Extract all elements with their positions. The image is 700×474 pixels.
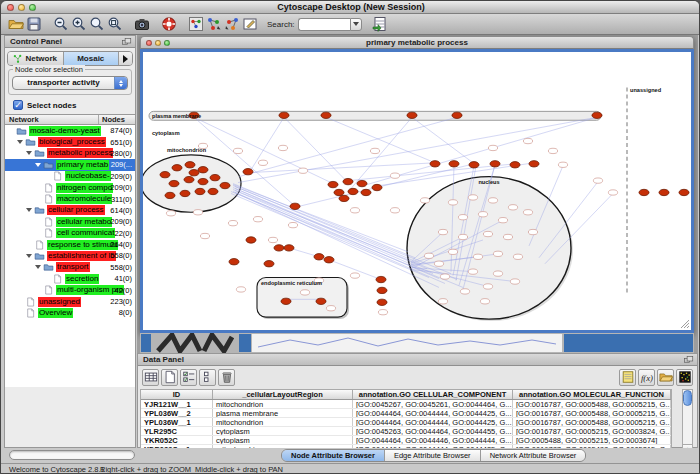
tab-edge-attribute-browser[interactable]: Edge Attribute Browser	[385, 450, 481, 461]
close-button[interactable]	[7, 4, 14, 11]
disclosure-triangle-icon[interactable]	[35, 265, 41, 269]
network-node-small[interactable]	[483, 231, 492, 236]
new-attribute-icon[interactable]	[161, 369, 178, 386]
network-node-small[interactable]	[440, 274, 449, 279]
network-node[interactable]	[377, 299, 387, 305]
delete-attribute-icon[interactable]	[218, 369, 235, 386]
column-header[interactable]: annotation.GO CELLULAR_COMPONENT	[353, 390, 513, 399]
minimize-button[interactable]	[18, 4, 25, 11]
resize-grip-icon[interactable]	[681, 320, 689, 328]
layout-network-a-icon[interactable]	[205, 15, 223, 33]
network-node[interactable]	[210, 174, 220, 180]
zoom-in-icon[interactable]	[70, 15, 88, 33]
tree-item-cellular-metabo[interactable]: cellular metabo209(0)	[5, 216, 135, 227]
network-view-window[interactable]: primary metabolic process plasma membran…	[140, 36, 694, 333]
network-node-small[interactable]	[228, 220, 237, 225]
float-window-icon[interactable]	[684, 356, 694, 364]
disclosure-triangle-icon[interactable]	[26, 254, 32, 258]
cell-id[interactable]: YPL036W__2	[141, 409, 213, 417]
network-node-small[interactable]	[448, 200, 457, 205]
tree-item-multi-organism-pro[interactable]: multi-organism pro42(0)	[5, 284, 135, 295]
tree-item-metabolic-process[interactable]: metabolic process280(0)	[5, 148, 135, 159]
network-node[interactable]	[361, 189, 371, 195]
network-node-small[interactable]	[480, 299, 489, 304]
network-node-small[interactable]	[370, 148, 379, 153]
network-node-small[interactable]	[523, 210, 532, 215]
network-node[interactable]	[328, 181, 338, 187]
network-node[interactable]	[449, 161, 459, 167]
table-row[interactable]: YPL036W__1mitochondrion[GO:0044464, GO:0…	[141, 418, 671, 427]
network-node[interactable]	[592, 112, 602, 118]
network-node[interactable]	[316, 298, 326, 304]
tree-item-secretion[interactable]: secretion41(0)	[5, 273, 135, 284]
network-node-small[interactable]	[350, 273, 359, 278]
network-node-small[interactable]	[390, 173, 399, 178]
network-node[interactable]	[334, 189, 344, 195]
network-node-small[interactable]	[326, 306, 335, 311]
table-cell[interactable]: [GO:0016787, GO:0005488, GO:0005215, G..…	[513, 409, 671, 417]
network-node[interactable]	[469, 162, 479, 168]
network-node-small[interactable]	[510, 279, 519, 284]
tree-item-nitrogen-compo[interactable]: nitrogen compo209(0)	[5, 182, 135, 193]
zoom-selected-icon[interactable]	[106, 15, 124, 33]
network-node[interactable]	[220, 182, 230, 188]
table-cell[interactable]: mitochondrion	[213, 418, 353, 426]
network-node-small[interactable]	[458, 234, 467, 239]
disclosure-triangle-icon[interactable]	[35, 163, 41, 167]
cell-id[interactable]: YKR052C	[141, 436, 213, 444]
annotation-icon[interactable]	[241, 15, 259, 33]
network-node-small[interactable]	[478, 212, 487, 217]
network-node[interactable]	[290, 203, 300, 209]
network-node-small[interactable]	[448, 249, 457, 254]
tree-column-network[interactable]: Network	[5, 115, 99, 124]
tree-item-cell-communicat[interactable]: cell communicat22(0)	[5, 228, 135, 239]
network-node[interactable]	[372, 184, 382, 190]
network-node-small[interactable]	[488, 145, 497, 150]
network-node-small[interactable]	[424, 253, 433, 258]
tab-network[interactable]: Network	[8, 52, 64, 65]
table-cell[interactable]: cytoplasm	[213, 436, 353, 444]
tree-column-nodes[interactable]: Nodes	[99, 115, 135, 124]
network-node[interactable]	[284, 245, 294, 251]
network-node-small[interactable]	[493, 251, 502, 256]
network-node[interactable]	[339, 195, 349, 201]
network-edge[interactable]	[284, 117, 346, 180]
network-node[interactable]	[198, 167, 208, 173]
float-window-icon[interactable]	[122, 38, 132, 46]
network-node[interactable]	[321, 112, 331, 118]
network-node[interactable]	[160, 172, 170, 178]
tree-item-unassigned[interactable]: unassigned223(0)	[5, 296, 135, 307]
network-node-small[interactable]	[473, 254, 482, 259]
tab-node-attribute-browser[interactable]: Node Attribute Browser	[282, 450, 385, 461]
network-node-small[interactable]	[503, 234, 512, 239]
import-attributes-icon[interactable]	[657, 369, 674, 386]
network-node[interactable]	[348, 188, 358, 194]
node-color-dropdown[interactable]: transporter activity	[12, 76, 128, 90]
column-header[interactable]: ID	[141, 390, 213, 399]
matrix-browser-icon[interactable]	[676, 369, 693, 386]
network-node[interactable]	[274, 245, 284, 251]
network-node-small[interactable]	[350, 208, 359, 213]
network-node-small[interactable]	[438, 229, 447, 234]
zoom-button[interactable]	[29, 4, 36, 11]
table-cell[interactable]: [GO:0044464, GO:0044444, GO:0044425, G..…	[353, 409, 513, 417]
network-canvas[interactable]: plasma membranecytoplasmmitochondrionnuc…	[143, 52, 691, 330]
network-edge[interactable]	[326, 117, 435, 163]
table-cell[interactable]: [GO:0044464, GO:0044444, GO:0044425, G..…	[353, 418, 513, 426]
network-node[interactable]	[324, 257, 334, 263]
network-node-small[interactable]	[258, 160, 267, 165]
network-view-titlebar[interactable]: primary metabolic process	[140, 36, 694, 49]
cell-id[interactable]: YLR295C	[141, 427, 213, 435]
network-node[interactable]	[180, 190, 190, 196]
search-input[interactable]	[298, 18, 350, 31]
select-nodes-checkbox[interactable]: ✓	[13, 100, 23, 110]
cell-id[interactable]: YJR121W__1	[141, 400, 213, 408]
network-node[interactable]	[246, 237, 256, 243]
plasma-membrane-region[interactable]	[149, 111, 601, 120]
network-node[interactable]	[377, 287, 387, 293]
network-node-small[interactable]	[493, 271, 502, 276]
network-node[interactable]	[169, 180, 179, 186]
network-node-small[interactable]	[608, 190, 617, 195]
function-builder-icon[interactable]: f(x)	[638, 369, 655, 386]
table-row[interactable]: YLR295Ccytoplasm[GO:0045263, GO:0044464,…	[141, 427, 671, 436]
